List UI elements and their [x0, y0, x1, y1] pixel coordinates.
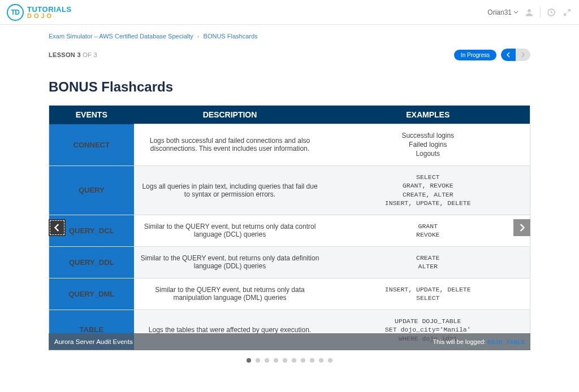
table-row: QUERY_DMLSimilar to the QUERY event, but…: [49, 278, 530, 310]
next-lesson-button[interactable]: [516, 49, 530, 61]
breadcrumb-item-2: BONUS Flashcards: [204, 33, 258, 40]
user-name-label: Orian31: [487, 8, 512, 16]
carousel-dot[interactable]: [265, 358, 269, 363]
carousel-dot[interactable]: [283, 358, 287, 363]
table-row: CONNECTLogs both successful and failed c…: [49, 124, 530, 166]
flashcard-table: EVENTS DESCRIPTION EXAMPLES CONNECTLogs …: [49, 105, 530, 350]
chevron-right-icon: [520, 52, 526, 58]
chevron-right-icon: [518, 224, 525, 232]
event-cell: QUERY: [49, 165, 134, 215]
th-examples: EXAMPLES: [326, 106, 530, 124]
breadcrumb: Exam Simulator – AWS Certified Database …: [49, 25, 530, 44]
brand-line1: TUTORIALS: [27, 6, 72, 13]
history-icon[interactable]: [546, 7, 556, 18]
event-cell: CONNECT: [49, 124, 134, 166]
example-cell: GRANT REVOKE: [326, 215, 530, 246]
brand-logo[interactable]: TD TUTORIALS DOJO: [7, 4, 72, 21]
carousel-dots: [49, 350, 530, 371]
table-row: QUERY_DDLSimilar to the QUERY event, but…: [49, 246, 530, 278]
breadcrumb-item-1[interactable]: Exam Simulator – AWS Certified Database …: [49, 33, 193, 40]
chevron-down-icon: [513, 10, 518, 15]
brand-line2: DOJO: [27, 13, 72, 19]
description-cell: Similar to the QUERY event, but returns …: [134, 215, 326, 246]
brand-mark: TD: [7, 4, 24, 21]
svg-point-0: [528, 9, 531, 12]
carousel-dot[interactable]: [292, 358, 296, 363]
description-cell: Logs both successful and failed connecti…: [134, 124, 326, 166]
caption-right: This will be logged: DOJO_TABLE: [433, 338, 525, 346]
avatar-icon[interactable]: [524, 7, 534, 18]
page-title: BONUS Flashcards: [49, 79, 530, 95]
chevron-left-icon: [54, 224, 61, 232]
event-cell: QUERY_DDL: [49, 246, 134, 278]
description-cell: Logs all queries in plain text, includin…: [134, 165, 326, 215]
description-cell: Similar to the QUERY event, but returns …: [134, 246, 326, 278]
table-row: QUERYLogs all queries in plain text, inc…: [49, 165, 530, 215]
caption-bar: Aurora Server Audit Events This will be …: [49, 333, 530, 350]
table-row: QUERY_DCLSimilar to the QUERY event, but…: [49, 215, 530, 246]
example-cell: Successful logins Failed logins Logouts: [326, 124, 530, 166]
collapse-icon[interactable]: [562, 7, 572, 18]
carousel-dot[interactable]: [328, 358, 332, 363]
carousel-dot[interactable]: [247, 358, 251, 363]
lesson-indicator: LESSON 3 OF 3: [49, 51, 97, 58]
th-events: EVENTS: [49, 106, 134, 124]
carousel-dot[interactable]: [301, 358, 305, 363]
divider: [540, 7, 541, 18]
chevron-left-icon: [505, 52, 511, 58]
example-cell: INSERT, UPDATE, DELETE SELECT: [326, 278, 530, 310]
example-cell: SELECT GRANT, REVOKE CREATE, ALTER INSER…: [326, 165, 530, 215]
caption-text: Aurora Server Audit Events: [54, 338, 133, 345]
description-cell: Similar to the QUERY event, but returns …: [134, 278, 326, 310]
carousel-dot[interactable]: [319, 358, 323, 363]
carousel-dot[interactable]: [274, 358, 278, 363]
carousel-next-button[interactable]: [513, 219, 530, 236]
th-description: DESCRIPTION: [134, 106, 326, 124]
example-cell: CREATE ALTER: [326, 246, 530, 278]
carousel-prev-button[interactable]: [49, 219, 66, 236]
event-cell: QUERY_DML: [49, 278, 134, 310]
carousel-dot[interactable]: [256, 358, 260, 363]
prev-lesson-button[interactable]: [501, 49, 516, 61]
user-menu[interactable]: Orian31: [487, 8, 518, 16]
status-badge: In Progress: [454, 50, 496, 60]
carousel-dot[interactable]: [310, 358, 314, 363]
